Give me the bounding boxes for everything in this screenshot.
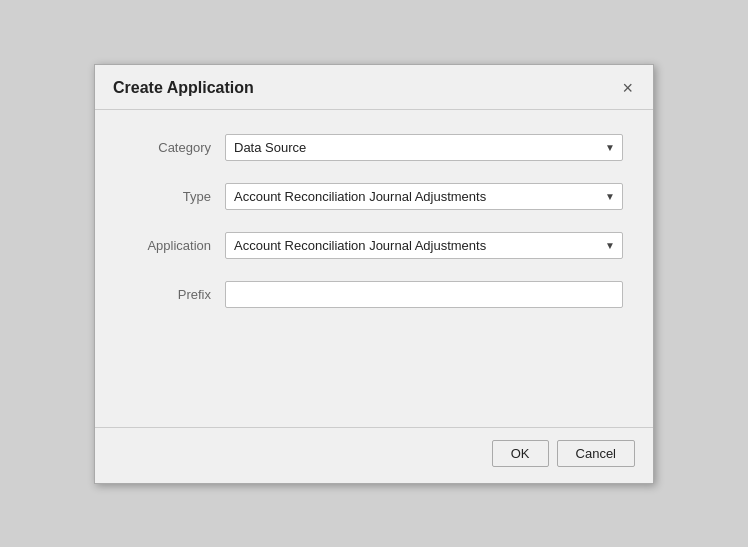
- application-select[interactable]: Account Reconciliation Journal Adjustmen…: [225, 232, 623, 259]
- type-label: Type: [125, 189, 225, 204]
- ok-button[interactable]: OK: [492, 440, 549, 467]
- cancel-button[interactable]: Cancel: [557, 440, 635, 467]
- type-select[interactable]: Account Reconciliation Journal Adjustmen…: [225, 183, 623, 210]
- category-row: Category Data Source ▼: [125, 134, 623, 161]
- application-label: Application: [125, 238, 225, 253]
- dialog-header: Create Application ×: [95, 65, 653, 110]
- category-wrapper: Data Source ▼: [225, 134, 623, 161]
- type-row: Type Account Reconciliation Journal Adju…: [125, 183, 623, 210]
- type-wrapper: Account Reconciliation Journal Adjustmen…: [225, 183, 623, 210]
- prefix-wrapper: [225, 281, 623, 308]
- application-wrapper: Account Reconciliation Journal Adjustmen…: [225, 232, 623, 259]
- dialog-title: Create Application: [113, 79, 254, 97]
- category-label: Category: [125, 140, 225, 155]
- create-application-dialog: Create Application × Category Data Sourc…: [94, 64, 654, 484]
- prefix-row: Prefix: [125, 281, 623, 308]
- dialog-body: Category Data Source ▼ Type Account Reco…: [95, 110, 653, 427]
- dialog-footer: OK Cancel: [95, 427, 653, 483]
- prefix-input[interactable]: [225, 281, 623, 308]
- application-row: Application Account Reconciliation Journ…: [125, 232, 623, 259]
- close-button[interactable]: ×: [620, 79, 635, 97]
- prefix-label: Prefix: [125, 287, 225, 302]
- category-select[interactable]: Data Source: [225, 134, 623, 161]
